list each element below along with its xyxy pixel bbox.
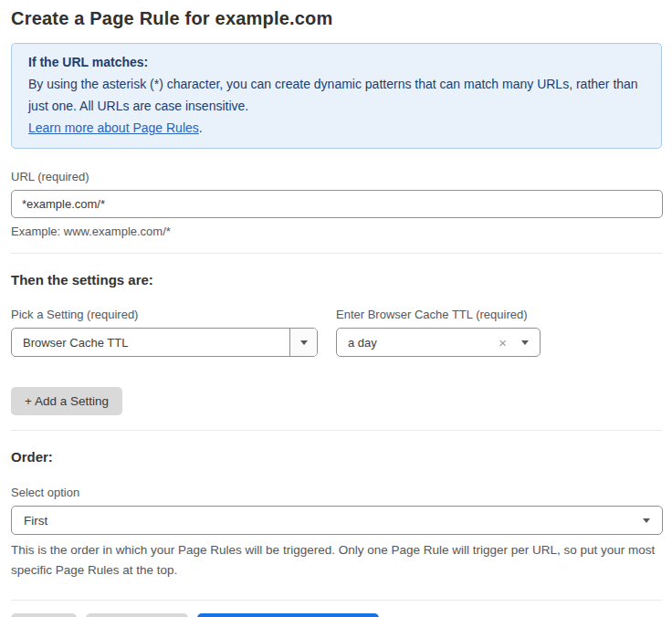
save-and-deploy-button[interactable]: Save and Deploy Page Rule [197,613,380,617]
save-as-draft-button[interactable]: Save as Draft [86,613,188,617]
chevron-down-icon [521,340,529,345]
chevron-down-icon [300,340,308,345]
divider [11,600,662,601]
url-helper-text: Example: www.example.com/* [11,225,662,238]
info-heading: If the URL matches: [28,51,645,73]
info-link-line: Learn more about Page Rules. [28,117,645,139]
settings-section-heading: Then the settings are: [11,272,662,288]
form-actions: Cancel Save as Draft Save and Deploy Pag… [11,613,662,617]
url-field-label: URL (required) [11,170,662,183]
order-helper-text: This is the order in which your Page Rul… [11,540,661,580]
info-body: By using the asterisk (*) character, you… [28,73,645,117]
learn-more-link[interactable]: Learn more about Page Rules [28,120,199,135]
ttl-select-label: Enter Browser Cache TTL (required) [336,308,541,321]
divider [11,430,662,431]
cancel-button[interactable]: Cancel [11,613,77,617]
divider [11,253,662,254]
ttl-select-value: a day [348,336,499,350]
url-match-info-callout: If the URL matches: By using the asteris… [11,43,662,149]
clear-icon[interactable]: × [499,336,507,350]
setting-select-arrow-segment[interactable] [289,329,317,356]
setting-select[interactable]: Browser Cache TTL [11,328,318,357]
ttl-picker-column: Enter Browser Cache TTL (required) a day… [336,288,541,357]
order-select-label: Select option [11,486,662,499]
settings-row: Pick a Setting (required) Browser Cache … [11,288,662,357]
url-input[interactable] [11,190,663,218]
order-select-value: First [24,514,643,528]
page-title: Create a Page Rule for example.com [11,8,662,29]
setting-select-label: Pick a Setting (required) [11,308,318,321]
order-section-heading: Order: [11,449,662,465]
add-setting-button[interactable]: + Add a Setting [11,387,122,415]
info-link-suffix: . [199,120,203,135]
order-select[interactable]: First [11,506,663,535]
ttl-select[interactable]: a day × [336,328,541,357]
page-rule-form: Create a Page Rule for example.com If th… [0,0,672,617]
chevron-down-icon [643,518,650,523]
setting-picker-column: Pick a Setting (required) Browser Cache … [11,288,318,357]
setting-select-value: Browser Cache TTL [12,329,289,356]
